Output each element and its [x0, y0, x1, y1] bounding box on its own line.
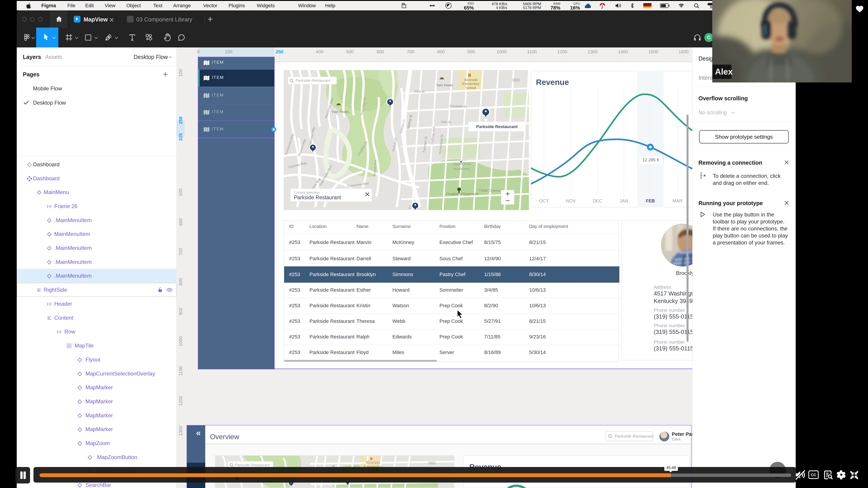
svg-text:1001: 1001 [428, 461, 436, 465]
svg-text:Alvarado: Alvarado [366, 461, 380, 464]
svg-text:Cesar Chavez S: Cesar Chavez S [479, 188, 503, 193]
svg-text:CC: CC [811, 473, 816, 477]
svg-text:NOV: NOV [566, 198, 576, 203]
svg-text:JAN: JAN [620, 198, 628, 203]
svg-text:Current selection: Current selection [294, 191, 319, 194]
svg-text:Alvarado: Alvarado [464, 78, 477, 82]
svg-text:Twin Peaks: Twin Peaks [436, 83, 454, 87]
svg-text:OCT: OCT [539, 198, 549, 203]
svg-text:12.285 €: 12.285 € [643, 158, 659, 162]
svg-text:MAR: MAR [673, 198, 682, 203]
svg-text:Douglass Playground: Douglass Playground [446, 192, 478, 196]
svg-text:Apartments: Apartments [454, 167, 470, 170]
svg-text:Elizabeth St: Elizabeth St [450, 104, 467, 108]
svg-text:Twin Peaks: Twin Peaks [332, 110, 349, 113]
svg-text:Parkside Restaurant: Parkside Restaurant [235, 463, 270, 467]
svg-text:DEC: DEC [593, 198, 602, 203]
svg-text:Parkside Restaurant: Parkside Restaurant [476, 124, 518, 129]
svg-text:School: School [466, 86, 476, 90]
svg-text:24th St: 24th St [441, 120, 451, 124]
svg-text:1001: 1001 [512, 78, 520, 82]
svg-text:FEB: FEB [646, 198, 655, 203]
svg-text:Revenue: Revenue [536, 78, 569, 87]
svg-text:23rd St: 23rd St [414, 90, 425, 94]
svg-text:Elementary: Elementary [462, 82, 479, 86]
svg-text:Parkside Restaurant: Parkside Restaurant [296, 78, 331, 83]
svg-text:Parkside Restaurant: Parkside Restaurant [294, 195, 341, 200]
